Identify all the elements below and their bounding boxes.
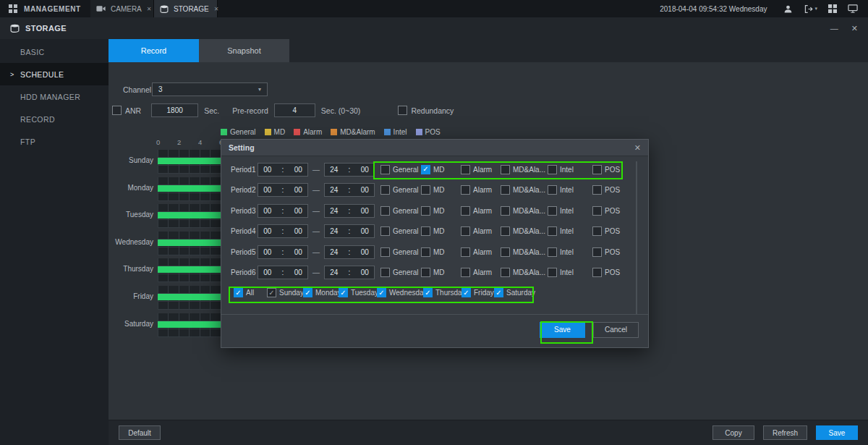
management-menu[interactable]: MANAGEMENT: [0, 0, 90, 17]
day-label: Thursday: [109, 265, 153, 273]
checkbox-md[interactable]: [421, 247, 430, 257]
checkbox-pos[interactable]: [592, 185, 602, 195]
tab-storage[interactable]: STORAGE ✕: [154, 0, 218, 17]
dialog-cancel-button[interactable]: Cancel: [593, 322, 639, 338]
checkbox-intel[interactable]: [548, 185, 557, 195]
checkbox-alarm[interactable]: [461, 268, 470, 277]
sidebar-item[interactable]: > SCHEDULE: [0, 63, 109, 85]
checkbox-intel[interactable]: [548, 247, 557, 257]
user-icon[interactable]: [783, 4, 793, 14]
redundancy-checkbox[interactable]: [398, 106, 407, 115]
period-start-time[interactable]: 00:00: [258, 245, 308, 259]
channel-label: Channel: [123, 85, 152, 94]
period-end-time[interactable]: 24:00: [324, 163, 375, 177]
checkbox-md[interactable]: [421, 226, 430, 236]
display-icon[interactable]: [848, 4, 858, 14]
close-tab-icon[interactable]: ✕: [214, 6, 219, 12]
checkbox-pos[interactable]: [592, 165, 602, 174]
anr-checkbox[interactable]: [112, 106, 122, 115]
checkbox-alarm[interactable]: [461, 185, 470, 195]
close-button[interactable]: ✕: [851, 24, 858, 33]
checkbox-general[interactable]: [380, 185, 390, 195]
dialog-save-button[interactable]: Save: [540, 322, 585, 338]
checkbox-general[interactable]: [380, 226, 390, 236]
dialog-close-icon[interactable]: ✕: [634, 143, 641, 153]
checkbox-mdalarm[interactable]: [501, 165, 510, 174]
sidebar-item[interactable]: > HDD MANAGER: [0, 85, 109, 108]
checkbox-mdalarm[interactable]: [501, 206, 510, 216]
week-checkbox[interactable]: [234, 288, 243, 297]
checkbox-md[interactable]: [421, 165, 430, 174]
legend-color-swatch: [331, 129, 337, 135]
checkbox-pos[interactable]: [592, 247, 602, 257]
refresh-button[interactable]: Refresh: [763, 425, 807, 440]
week-checkbox[interactable]: [267, 288, 276, 297]
week-label: Monday: [315, 289, 341, 297]
period-end-time[interactable]: 24:00: [324, 224, 375, 238]
checkbox-pos[interactable]: [592, 206, 602, 216]
week-label: Saturday: [506, 289, 535, 297]
prerecord-input[interactable]: 4: [274, 103, 315, 117]
period-start-time[interactable]: 00:00: [258, 204, 308, 218]
week-checkbox[interactable]: [494, 288, 503, 297]
channel-select[interactable]: 3 ▾: [152, 82, 268, 96]
period-start-time[interactable]: 00:00: [258, 163, 308, 177]
checkbox-general[interactable]: [380, 247, 390, 257]
anr-input[interactable]: 1800: [151, 103, 198, 117]
period-start-time[interactable]: 00:00: [258, 266, 308, 279]
default-button[interactable]: Default: [119, 425, 161, 440]
checkbox-mdalarm[interactable]: [501, 226, 510, 236]
datetime: 2018-04-04 09:54:32 Wednesday: [660, 5, 767, 13]
save-button[interactable]: Save: [816, 425, 858, 440]
sidebar-item-label: SCHEDULE: [20, 70, 64, 79]
checkbox-general[interactable]: [380, 268, 390, 277]
period-end-time[interactable]: 24:00: [324, 204, 375, 218]
minimize-button[interactable]: —: [830, 24, 838, 33]
time-range-dash: —: [312, 227, 320, 235]
checkbox-general[interactable]: [380, 165, 390, 174]
dialog-scrollbar[interactable]: [636, 161, 637, 315]
period-end-time[interactable]: 24:00: [324, 266, 375, 279]
tab-record[interactable]: Record: [109, 39, 199, 62]
checkbox-general[interactable]: [380, 206, 390, 216]
week-checkbox[interactable]: [339, 288, 348, 297]
sidebar-item[interactable]: > BASIC: [0, 41, 109, 63]
tab-camera[interactable]: CAMERA ✕: [90, 0, 154, 17]
checkbox-alarm[interactable]: [461, 165, 470, 174]
legend-color-swatch: [265, 129, 271, 135]
time-range-dash: —: [312, 248, 320, 256]
checkbox-alarm[interactable]: [461, 206, 470, 216]
checkbox-intel[interactable]: [548, 268, 557, 277]
copy-button[interactable]: Copy: [712, 425, 754, 440]
sidebar-item[interactable]: > RECORD: [0, 108, 109, 130]
week-checkbox[interactable]: [461, 288, 471, 297]
logout-icon[interactable]: ▾: [804, 4, 817, 14]
week-checkbox[interactable]: [303, 288, 312, 297]
checkbox-intel[interactable]: [548, 206, 557, 216]
close-tab-icon[interactable]: ✕: [147, 6, 152, 12]
period-start-time[interactable]: 00:00: [258, 224, 308, 238]
week-checkbox[interactable]: [377, 288, 386, 297]
checkbox-mdalarm[interactable]: [501, 268, 510, 277]
week-day-option: All: [234, 288, 267, 297]
checkbox-md[interactable]: [421, 206, 430, 216]
grid-icon[interactable]: [828, 4, 837, 13]
period-row: Period4 00:00 — 24:00 General MD Alarm M…: [231, 224, 648, 239]
checkbox-alarm[interactable]: [461, 247, 470, 257]
checkbox-mdalarm[interactable]: [501, 247, 510, 257]
period-end-time[interactable]: 24:00: [324, 245, 375, 259]
period-end-time[interactable]: 24:00: [324, 183, 375, 197]
checkbox-alarm[interactable]: [461, 226, 470, 236]
checkbox-pos[interactable]: [592, 268, 602, 277]
tab-snapshot[interactable]: Snapshot: [199, 39, 289, 62]
sidebar-item[interactable]: > FTP: [0, 130, 109, 153]
checkbox-pos[interactable]: [592, 226, 602, 236]
checkbox-md[interactable]: [421, 185, 430, 195]
checkbox-intel[interactable]: [548, 165, 557, 174]
week-checkbox[interactable]: [423, 288, 433, 297]
checkbox-mdalarm[interactable]: [501, 185, 510, 195]
checkbox-intel[interactable]: [548, 226, 557, 236]
period-start-time[interactable]: 00:00: [258, 183, 308, 197]
hour-label: 2: [177, 138, 198, 147]
checkbox-md[interactable]: [421, 268, 430, 277]
